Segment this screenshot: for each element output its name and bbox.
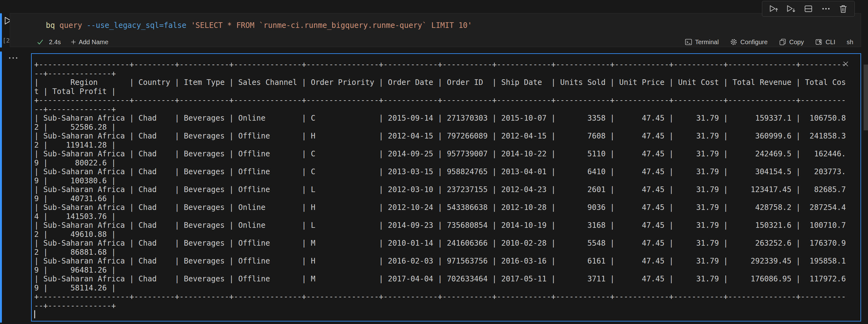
add-name-button[interactable]: Add Name [70, 39, 108, 46]
success-check-icon [36, 38, 44, 46]
add-name-label: Add Name [79, 39, 108, 46]
play-down-icon [786, 4, 796, 14]
execute-above-button[interactable] [767, 3, 780, 14]
configure-label: Configure [740, 39, 768, 46]
delete-cell-button[interactable] [837, 3, 849, 14]
code-editor[interactable]: bq query --use_legacy_sql=false 'SELECT … [10, 13, 861, 37]
ellipsis-icon [821, 4, 831, 14]
close-terminal-button[interactable] [842, 60, 849, 68]
terminal-icon [685, 38, 692, 46]
execution-duration: 2.4s [49, 39, 61, 46]
command-text: bq query --use_legacy_sql=false 'SELECT … [46, 21, 472, 30]
language-label: sh [847, 39, 853, 46]
copy-label: Copy [789, 39, 804, 46]
output-menu-button[interactable] [7, 55, 20, 61]
copy-icon [779, 38, 786, 46]
cell-toolbar [762, 1, 855, 16]
notebook-page: { "gutter": { "execution_count": "[2]" }… [0, 0, 868, 324]
status-actions: Terminal Configure Copy CLI sh [685, 38, 853, 46]
editor-scrollbar[interactable] [864, 65, 868, 130]
cli-icon [815, 38, 823, 46]
cli-button[interactable]: CLI [815, 38, 835, 46]
play-up-icon [769, 4, 779, 14]
code-cell: bq query --use_legacy_sql=false 'SELECT … [10, 13, 861, 47]
cell-focus-bar [0, 13, 2, 48]
status-left: 2.4s Add Name [36, 38, 108, 46]
plus-icon [70, 39, 76, 45]
ellipsis-icon [8, 57, 18, 60]
execute-below-button[interactable] [784, 3, 797, 14]
close-icon [842, 60, 849, 68]
terminal-label: Terminal [695, 39, 719, 46]
more-actions-button[interactable] [820, 3, 832, 14]
output-focus-bar [0, 51, 2, 323]
trash-icon [838, 4, 848, 14]
cell-status-bar: 2.4s Add Name Terminal Configure [10, 37, 861, 47]
terminal-button[interactable]: Terminal [685, 38, 719, 46]
split-cell-button[interactable] [802, 3, 815, 14]
terminal-output-panel[interactable]: +--------------------+---------+--------… [31, 53, 861, 322]
terminal-text: +--------------------+---------+--------… [34, 60, 846, 310]
gear-icon [730, 38, 738, 46]
split-cell-icon [803, 4, 813, 14]
configure-button[interactable]: Configure [730, 38, 768, 46]
cli-label: CLI [826, 39, 835, 46]
copy-button[interactable]: Copy [779, 38, 804, 46]
terminal-cursor [34, 310, 35, 318]
